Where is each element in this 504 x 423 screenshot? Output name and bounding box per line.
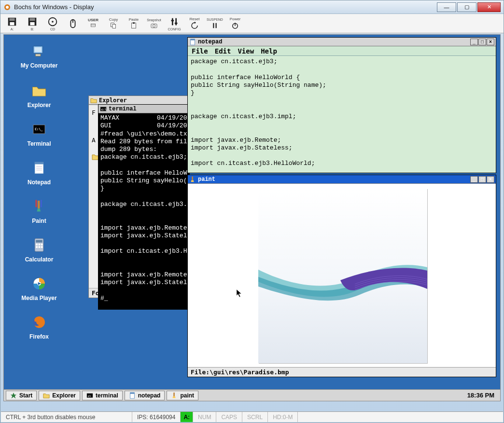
svg-rect-43	[36, 244, 38, 246]
tb-reset[interactable]: Reset	[186, 15, 203, 32]
status-drive: A:	[181, 412, 193, 422]
tb-suspend[interactable]: SUSPEND	[206, 15, 224, 32]
menu-help[interactable]: Help	[261, 47, 277, 55]
svg-rect-23	[175, 22, 178, 24]
svg-rect-62	[174, 392, 175, 396]
svg-rect-46	[36, 246, 38, 248]
tb-floppy-a[interactable]: A:	[3, 15, 21, 32]
paint-window[interactable]: paint _ □ ×	[187, 175, 496, 377]
paint-close[interactable]: ×	[487, 176, 494, 183]
tb-power[interactable]: Power	[226, 15, 244, 32]
svg-point-9	[52, 21, 54, 23]
menu-file[interactable]: File	[192, 47, 208, 55]
svg-rect-25	[216, 23, 217, 28]
wave-graphic	[258, 250, 427, 303]
svg-rect-34	[35, 162, 43, 164]
notepad-menu: File Edit View Help	[188, 46, 496, 56]
cursor-icon	[236, 289, 243, 298]
notepad-icon	[189, 39, 196, 45]
svg-rect-7	[30, 22, 34, 25]
host-window: Bochs for Windows - Display — ▢ ✕ A: B: …	[0, 0, 504, 423]
svg-rect-45	[41, 244, 43, 246]
paint-canvas-area[interactable]	[188, 184, 496, 367]
status-mouse-hint: CTRL + 3rd button disables mouse	[1, 412, 132, 422]
notepad-icon	[129, 392, 136, 399]
svg-rect-44	[39, 244, 41, 246]
tb-paste[interactable]: Paste	[125, 15, 142, 32]
icon-paint[interactable]: Paint	[17, 197, 61, 224]
bochs-icon	[3, 3, 11, 11]
tb-config[interactable]: CONFIG	[166, 15, 183, 32]
host-titlebar[interactable]: Bochs for Windows - Display — ▢ ✕	[0, 0, 504, 14]
menu-view[interactable]: View	[238, 47, 254, 55]
notepad-min[interactable]: _	[470, 39, 478, 45]
tb-copy[interactable]: Copy	[105, 15, 122, 32]
paint-min[interactable]: _	[470, 176, 478, 183]
svg-rect-29	[34, 47, 42, 53]
icon-my-computer[interactable]: My Computer	[17, 41, 61, 69]
tb-user[interactable]: USER	[84, 15, 102, 32]
host-title: Bochs for Windows - Display	[14, 3, 436, 11]
tb-floppy-b[interactable]: B:	[24, 15, 41, 32]
tb-cdrom[interactable]: CD	[44, 15, 61, 32]
svg-rect-38	[38, 201, 40, 209]
svg-marker-57	[11, 392, 16, 398]
icon-notepad[interactable]: Notepad	[17, 158, 61, 186]
terminal-output: MAYAX 04/19/201 GUI 04/19/201 #fread \gu…	[98, 113, 189, 309]
icon-calculator[interactable]: Calculator	[17, 235, 61, 263]
svg-rect-15	[112, 24, 116, 28]
maximize-button[interactable]: ▢	[457, 2, 476, 12]
menu-edit[interactable]: Edit	[215, 47, 231, 55]
task-paint[interactable]: paint	[167, 391, 198, 400]
paint-icon	[171, 392, 178, 399]
folder-icon	[43, 392, 50, 399]
start-icon	[10, 392, 17, 399]
svg-rect-12	[91, 24, 95, 27]
host-statusbar: CTRL + 3rd button disables mouse IPS: 61…	[1, 411, 503, 422]
paint-icon	[189, 176, 196, 183]
svg-rect-3	[10, 18, 15, 21]
svg-rect-30	[36, 54, 41, 56]
svg-rect-55	[191, 39, 195, 40]
tb-mouse[interactable]	[64, 15, 82, 32]
svg-rect-24	[213, 23, 214, 28]
svg-rect-39	[36, 200, 37, 207]
icon-firefox[interactable]: Firefox	[17, 313, 61, 340]
minimize-button[interactable]: —	[437, 2, 456, 12]
terminal-icon: c:\	[100, 106, 107, 112]
svg-point-19	[153, 25, 155, 27]
start-button[interactable]: Start	[6, 391, 37, 400]
svg-rect-47	[39, 246, 41, 248]
svg-rect-40	[41, 200, 42, 207]
svg-rect-56	[192, 176, 193, 180]
terminal-window[interactable]: c:\ terminal MAYAX 04/19/201 GUI 04/19/2…	[98, 104, 190, 310]
guest-taskbar: Start Explorer c:\ terminal notepad pain…	[4, 389, 500, 401]
task-terminal[interactable]: c:\ terminal	[82, 391, 123, 400]
host-toolbar: A: B: CD USER Copy Paste Snapshot CONFIG…	[0, 14, 504, 33]
svg-rect-22	[171, 20, 174, 21]
notepad-content[interactable]: package cn.itcast.ejb3; public interface…	[188, 56, 496, 173]
notepad-window[interactable]: notepad _ □ × File Edit View Help packag…	[187, 37, 496, 173]
notepad-close[interactable]: ×	[487, 39, 494, 45]
svg-point-1	[6, 6, 9, 9]
svg-rect-48	[41, 246, 43, 248]
svg-rect-16	[131, 23, 136, 28]
taskbar-clock: 18:36 PM	[463, 392, 498, 399]
icon-terminal[interactable]: C:\_ Terminal	[17, 120, 61, 147]
svg-text:C:\_: C:\_	[35, 127, 43, 131]
svg-rect-17	[133, 22, 135, 24]
task-notepad[interactable]: notepad	[125, 391, 165, 400]
notepad-max[interactable]: □	[478, 39, 486, 45]
close-button[interactable]: ✕	[477, 2, 501, 12]
icon-explorer[interactable]: Explorer	[17, 81, 61, 109]
paint-max[interactable]: □	[478, 176, 486, 183]
svg-rect-61	[130, 392, 134, 394]
icon-media-player[interactable]: Media Player	[17, 274, 61, 301]
svg-text:c:\: c:\	[88, 394, 91, 397]
svg-text:c:\: c:\	[101, 107, 107, 110]
guest-desktop[interactable]: My Computer Explorer C:\_ Terminal Notep…	[3, 34, 501, 401]
tb-snapshot[interactable]: Snapshot	[145, 15, 163, 32]
paint-canvas[interactable]	[258, 189, 427, 363]
task-explorer[interactable]: Explorer	[39, 391, 80, 400]
terminal-icon: c:\	[86, 392, 93, 399]
